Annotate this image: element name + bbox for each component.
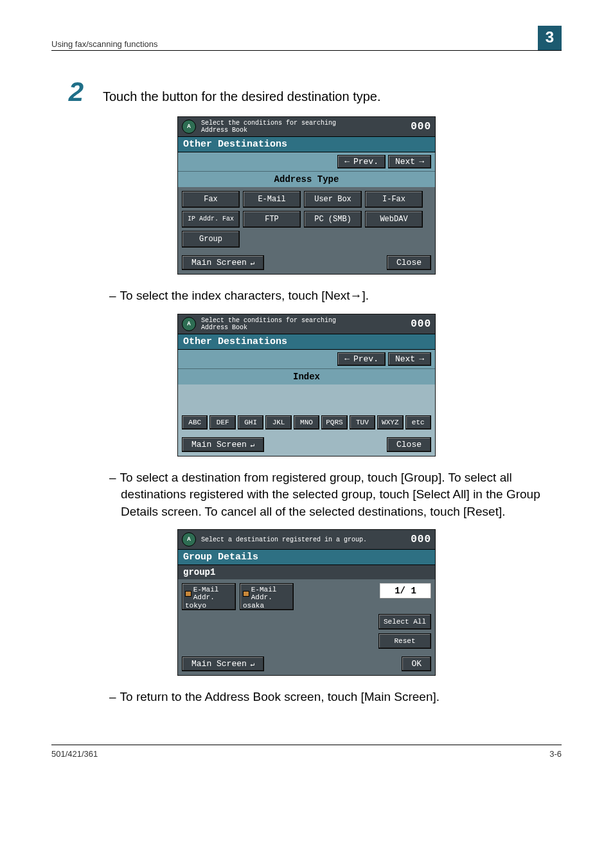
type-group[interactable]: Group (182, 231, 240, 248)
type-ipaddrfax[interactable]: IP Addr. Fax (182, 211, 240, 228)
type-pcsmb[interactable]: PC (SMB) (304, 211, 362, 228)
close-button[interactable]: Close (387, 255, 431, 270)
main-screen-button[interactable]: Main Screen (182, 656, 264, 671)
type-userbox[interactable]: User Box (304, 191, 362, 208)
screen-index: A Select the conditions for searching Ad… (177, 314, 436, 457)
main-screen-button[interactable]: Main Screen (182, 255, 264, 270)
index-pqrs[interactable]: PQRS (321, 415, 347, 429)
page-counter: 1/ 1 (380, 583, 431, 599)
index-wxyz[interactable]: WXYZ (377, 415, 403, 429)
prev-button[interactable]: Prev. (337, 352, 386, 366)
dest-item[interactable]: E-Mail Addr. tokyo (182, 583, 236, 610)
index-jkl[interactable]: JKL (265, 415, 291, 429)
type-fax[interactable]: Fax (182, 191, 240, 208)
status-icon: A (182, 120, 196, 134)
index-abc[interactable]: ABC (182, 415, 208, 429)
footer-left: 501/421/361 (51, 749, 98, 759)
reset-button[interactable]: Reset (378, 633, 431, 649)
return-icon (251, 440, 255, 449)
running-header: Using fax/scanning functions (51, 39, 157, 49)
index-mno[interactable]: MNO (294, 415, 319, 429)
screen-address-type: A Select the conditions for searching Ad… (177, 116, 436, 275)
step-text: Touch the button for the desired destina… (103, 89, 381, 104)
top-message: Select a destination registered in a gro… (201, 536, 411, 543)
index-tuv[interactable]: TUV (350, 415, 375, 429)
bullet-text: –To select the index characters, touch [… (109, 287, 562, 305)
chapter-number: 3 (538, 26, 562, 50)
email-icon (243, 591, 249, 597)
type-ftp[interactable]: FTP (243, 211, 301, 228)
step-number: 2 (51, 77, 84, 107)
index-ghi[interactable]: GHI (238, 415, 263, 429)
screen-title: Other Destinations (178, 136, 435, 152)
close-button[interactable]: Close (387, 437, 431, 452)
return-icon (251, 258, 255, 267)
main-screen-button[interactable]: Main Screen (182, 437, 264, 452)
type-ifax[interactable]: I-Fax (365, 191, 423, 208)
next-button[interactable]: Next (388, 155, 431, 168)
screen-group-details: A Select a destination registered in a g… (177, 529, 436, 676)
bullet-text: –To return to the Address Book screen, t… (109, 689, 562, 706)
section-label: Address Type (178, 171, 435, 187)
top-message: Select the conditions for searching Addr… (201, 120, 411, 134)
email-icon (185, 591, 191, 597)
next-button[interactable]: Next (388, 352, 431, 366)
section-label: Index (178, 368, 435, 384)
screen-title: Group Details (178, 549, 435, 565)
status-icon: A (182, 317, 196, 331)
screen-title: Other Destinations (178, 334, 435, 350)
top-message: Select the conditions for searching Addr… (201, 317, 411, 331)
bullet-text: –To select a destination from registered… (109, 469, 562, 521)
dest-item[interactable]: E-Mail Addr. osaka (240, 583, 294, 610)
job-counter: 000 (411, 318, 431, 330)
job-counter: 000 (411, 121, 431, 132)
prev-button[interactable]: Prev. (337, 155, 386, 168)
ok-button[interactable]: OK (402, 656, 431, 671)
index-def[interactable]: DEF (209, 415, 235, 429)
status-icon: A (182, 532, 196, 547)
job-counter: 000 (411, 534, 431, 545)
select-all-button[interactable]: Select All (378, 614, 431, 629)
index-etc[interactable]: etc (405, 415, 431, 429)
index-area (178, 384, 435, 413)
footer-right: 3-6 (549, 749, 562, 759)
type-email[interactable]: E-Mail (243, 191, 301, 208)
group-name: group1 (178, 565, 435, 579)
type-webdav[interactable]: WebDAV (365, 211, 423, 228)
return-icon (251, 659, 255, 669)
